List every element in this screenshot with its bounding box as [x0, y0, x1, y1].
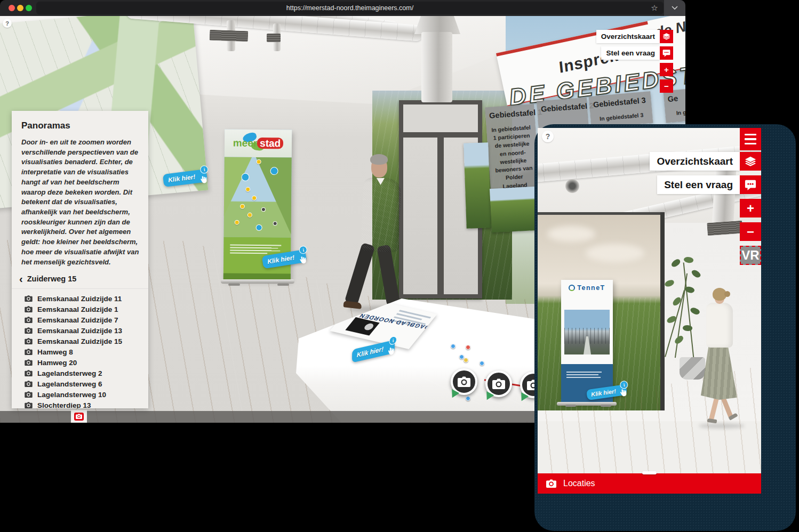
minimize-window-button[interactable]	[17, 5, 23, 11]
ceiling-vent	[267, 34, 281, 42]
panorama-item-label: Slochterdiep 13	[37, 401, 91, 408]
duct-column	[421, 32, 452, 102]
panorama-item-label: Lagelandsterweg 2	[37, 369, 102, 377]
panel-title: Panoramas	[12, 111, 148, 131]
panoramas-panel: Panoramas Door in- en uit te zoomen word…	[12, 111, 148, 408]
camera-icon	[25, 306, 33, 312]
panorama-item-label: Eemskanaal Zuidzijde 7	[37, 316, 118, 324]
help-icon[interactable]: ?	[3, 19, 12, 28]
panorama-list-item[interactable]: Lagelandsterweg 2	[25, 368, 148, 378]
layers-icon-button[interactable]	[740, 152, 761, 171]
panorama-item-label: Eemskanaal Zuidzijde 13	[37, 327, 122, 335]
layers-icon-button[interactable]	[660, 30, 673, 43]
panorama-list-item[interactable]: Eemskanaal Zuidzijde 7	[25, 315, 148, 325]
control-label[interactable]: Overzichtskaart	[650, 152, 740, 171]
panorama-list-item[interactable]: Lagelandsterweg 6	[25, 378, 148, 389]
camera-icon	[25, 402, 33, 408]
bookmark-star-icon[interactable]: ☆	[646, 2, 662, 14]
gebiedstafel-body: In gebiedstafel 3	[594, 111, 649, 124]
+-control: +	[660, 63, 673, 76]
button[interactable]: +	[660, 63, 673, 76]
camera-icon	[25, 295, 33, 302]
panel-description: Door in- en uit te zoomen worden verschi…	[12, 131, 148, 267]
gebiedstafel-body: In gebiedstafel 1 participeren de westel…	[490, 123, 536, 191]
panorama-list-item[interactable]: Eemskanaal Zuidzijde 11	[25, 293, 148, 304]
−-control: −	[740, 222, 761, 241]
panorama-list-item[interactable]: Eemskanaal Zuidzijde 1	[25, 304, 148, 315]
meerstad-logo: meerstad	[225, 129, 292, 157]
browser-title-bar: https://meerstad-noord.theimagineers.com…	[0, 0, 685, 16]
panorama-list-item[interactable]: Hamweg 20	[25, 357, 148, 368]
panorama-item-label: Eemskanaal Zuidzijde 1	[37, 305, 118, 313]
help-icon[interactable]: ?	[542, 131, 554, 142]
panorama-camera-marker[interactable]	[451, 368, 477, 395]
chat-icon-button[interactable]	[660, 46, 673, 60]
camera-icon	[25, 327, 33, 334]
chat-icon-button[interactable]	[740, 175, 761, 194]
button[interactable]: −	[660, 79, 673, 93]
close-window-button[interactable]	[9, 5, 15, 11]
control-label[interactable]: Overzichtskaart	[596, 30, 660, 43]
Stel een vraag-control: Stel een vraag	[657, 175, 761, 194]
camera-icon[interactable]	[74, 413, 84, 421]
walking-woman-figure	[693, 288, 747, 428]
back-label: Zuiderweg 15	[27, 275, 77, 283]
control-label[interactable]: Stel een vraag	[657, 175, 740, 194]
button[interactable]: −	[740, 222, 761, 241]
banner-base	[221, 279, 294, 284]
panorama-item-label: Lagelandsterweg 6	[37, 380, 102, 388]
gebiedstafel-panel[interactable]: Gebiedstafel 3In gebiedstafel 3	[589, 91, 653, 128]
camera-icon	[25, 391, 33, 398]
banner-foot	[228, 284, 240, 286]
panorama-list-item[interactable]: Slochterdiep 13	[25, 400, 148, 408]
Overzichtskaart-control: Overzichtskaart	[596, 30, 673, 43]
Stel een vraag-control: Stel een vraag	[601, 46, 673, 60]
camera-icon	[25, 349, 33, 355]
tennet-logo: TenneT	[561, 284, 613, 292]
chevron-left-icon: ‹	[19, 276, 23, 282]
map-pin-red[interactable]	[466, 345, 470, 350]
VR-control: VR	[740, 246, 761, 264]
map-pin-blue[interactable]	[451, 344, 456, 349]
tennet-rollup-banner[interactable]: TenneT	[561, 280, 613, 404]
map-pin-blue[interactable]	[466, 396, 470, 401]
panorama-item-label: Eemskanaal Zuidzijde 15	[37, 337, 122, 345]
hand-pointer-icon	[199, 175, 209, 185]
mobile-panorama-viewport[interactable]: TenneT Klik hier! i	[538, 128, 761, 494]
menu-button[interactable]	[740, 128, 761, 150]
button[interactable]: VR	[740, 246, 761, 265]
landscape-photo-panel	[490, 187, 539, 232]
browser-dropdown-button[interactable]	[664, 0, 685, 16]
url-bar[interactable]: https://meerstad-noord.theimagineers.com…	[36, 2, 664, 14]
banner-foot	[277, 284, 289, 286]
gebiedstafel-body: In g	[669, 108, 685, 118]
camera-icon	[546, 479, 556, 488]
tennet-globe-icon	[569, 285, 575, 291]
panorama-list-item[interactable]: Eemskanaal Zuidzijde 15	[25, 336, 148, 346]
drag-handle[interactable]	[642, 471, 657, 474]
maximize-window-button[interactable]	[26, 5, 32, 11]
panorama-list-item[interactable]: Lagelandsterweg 10	[25, 389, 148, 400]
map-pin-blue[interactable]	[459, 354, 464, 359]
viewer-controls: OverzichtskaartStel een vraag+−	[596, 30, 673, 96]
map-pin-yellow[interactable]	[464, 358, 468, 362]
Overzichtskaart-control: Overzichtskaart	[650, 152, 761, 171]
klik-hier-tag-table[interactable]: Klik hier! i	[352, 340, 395, 362]
camera-icon	[25, 317, 33, 323]
control-label[interactable]: Stel een vraag	[601, 46, 660, 60]
panorama-camera-marker[interactable]	[485, 370, 512, 397]
spotlight	[565, 179, 579, 193]
page: https://meerstad-noord.theimagineers.com…	[0, 0, 799, 532]
back-navigation[interactable]: ‹ Zuiderweg 15	[12, 267, 148, 289]
mobile-device-panel: TenneT Klik hier! i	[534, 124, 796, 531]
gebiedstafel-title: Gebiedstafel 3	[593, 96, 648, 109]
hamburger-icon	[745, 134, 756, 136]
url-text: https://meerstad-noord.theimagineers.com…	[286, 4, 413, 12]
landscape-photo-panel	[464, 142, 491, 229]
map-pin-blue[interactable]	[480, 361, 484, 366]
button[interactable]: +	[740, 199, 761, 217]
locations-toggle-tab[interactable]	[71, 410, 87, 423]
panorama-list-item[interactable]: Eemskanaal Zuidzijde 13	[25, 325, 148, 336]
panorama-list-item[interactable]: Hamweg 8	[25, 346, 148, 357]
locaties-bar[interactable]: Locaties	[538, 473, 761, 494]
